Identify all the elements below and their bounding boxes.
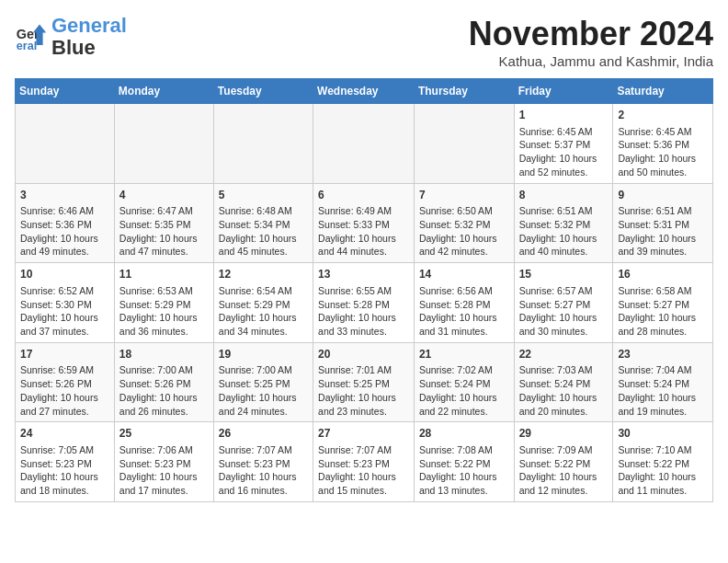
- logo-icon: Gen eral: [15, 20, 48, 53]
- weekday-monday: Monday: [114, 79, 213, 104]
- calendar-cell: 14Sunrise: 6:56 AM Sunset: 5:28 PM Dayli…: [414, 263, 514, 343]
- week-row-1: 1Sunrise: 6:45 AM Sunset: 5:37 PM Daylig…: [16, 104, 713, 184]
- weekday-tuesday: Tuesday: [213, 79, 313, 104]
- calendar-cell: 9Sunrise: 6:51 AM Sunset: 5:31 PM Daylig…: [613, 183, 713, 263]
- day-number: 5: [219, 188, 308, 203]
- day-info: Sunrise: 7:10 AM Sunset: 5:22 PM Dayligh…: [618, 443, 708, 498]
- calendar-cell: 8Sunrise: 6:51 AM Sunset: 5:32 PM Daylig…: [514, 183, 613, 263]
- calendar-cell: 25Sunrise: 7:06 AM Sunset: 5:23 PM Dayli…: [114, 422, 213, 502]
- calendar-cell: 13Sunrise: 6:55 AM Sunset: 5:28 PM Dayli…: [313, 263, 415, 343]
- day-number: 6: [318, 188, 409, 203]
- calendar-cell: 29Sunrise: 7:09 AM Sunset: 5:22 PM Dayli…: [514, 422, 613, 502]
- day-info: Sunrise: 7:05 AM Sunset: 5:23 PM Dayligh…: [20, 443, 109, 498]
- day-number: 21: [419, 347, 509, 362]
- calendar-cell: [313, 104, 415, 184]
- day-number: 18: [119, 347, 209, 362]
- day-number: 26: [219, 426, 308, 442]
- day-number: 12: [219, 267, 308, 282]
- day-info: Sunrise: 7:00 AM Sunset: 5:26 PM Dayligh…: [119, 363, 209, 418]
- calendar-cell: 30Sunrise: 7:10 AM Sunset: 5:22 PM Dayli…: [613, 422, 713, 502]
- day-info: Sunrise: 6:47 AM Sunset: 5:35 PM Dayligh…: [119, 204, 209, 259]
- day-number: 29: [519, 426, 609, 442]
- calendar-cell: 24Sunrise: 7:05 AM Sunset: 5:23 PM Dayli…: [16, 422, 115, 502]
- day-info: Sunrise: 7:00 AM Sunset: 5:25 PM Dayligh…: [219, 363, 308, 418]
- calendar-cell: 16Sunrise: 6:58 AM Sunset: 5:27 PM Dayli…: [613, 263, 713, 343]
- calendar-cell: 26Sunrise: 7:07 AM Sunset: 5:23 PM Dayli…: [213, 422, 313, 502]
- day-number: 30: [618, 426, 708, 442]
- weekday-saturday: Saturday: [613, 79, 713, 104]
- day-number: 7: [419, 188, 509, 203]
- calendar-cell: 19Sunrise: 7:00 AM Sunset: 5:25 PM Dayli…: [213, 342, 313, 422]
- day-number: 14: [419, 267, 509, 282]
- day-number: 11: [119, 267, 209, 282]
- weekday-sunday: Sunday: [16, 79, 115, 104]
- calendar-cell: 1Sunrise: 6:45 AM Sunset: 5:37 PM Daylig…: [514, 104, 613, 184]
- day-info: Sunrise: 6:45 AM Sunset: 5:36 PM Dayligh…: [618, 125, 708, 179]
- calendar-cell: 3Sunrise: 6:46 AM Sunset: 5:36 PM Daylig…: [16, 183, 115, 263]
- day-info: Sunrise: 6:57 AM Sunset: 5:27 PM Dayligh…: [519, 284, 609, 339]
- day-number: 13: [318, 267, 409, 282]
- day-number: 3: [20, 188, 109, 203]
- calendar-cell: 18Sunrise: 7:00 AM Sunset: 5:26 PM Dayli…: [114, 342, 213, 422]
- logo-name: GeneralBlue: [51, 15, 127, 59]
- day-number: 22: [519, 347, 609, 362]
- weekday-wednesday: Wednesday: [313, 79, 415, 104]
- day-number: 19: [219, 347, 308, 362]
- day-info: Sunrise: 6:54 AM Sunset: 5:29 PM Dayligh…: [219, 284, 308, 339]
- day-number: 27: [318, 426, 409, 442]
- day-info: Sunrise: 6:50 AM Sunset: 5:32 PM Dayligh…: [419, 204, 509, 259]
- day-info: Sunrise: 7:07 AM Sunset: 5:23 PM Dayligh…: [318, 443, 409, 498]
- calendar-cell: [114, 104, 213, 184]
- day-info: Sunrise: 6:51 AM Sunset: 5:31 PM Dayligh…: [618, 204, 708, 259]
- calendar-cell: [213, 104, 313, 184]
- day-number: 15: [519, 267, 609, 282]
- calendar-cell: 11Sunrise: 6:53 AM Sunset: 5:29 PM Dayli…: [114, 263, 213, 343]
- week-row-2: 3Sunrise: 6:46 AM Sunset: 5:36 PM Daylig…: [16, 183, 713, 263]
- day-info: Sunrise: 7:02 AM Sunset: 5:24 PM Dayligh…: [419, 363, 509, 418]
- calendar-cell: 2Sunrise: 6:45 AM Sunset: 5:36 PM Daylig…: [613, 104, 713, 184]
- logo: Gen eral GeneralBlue: [15, 15, 127, 59]
- day-number: 20: [318, 347, 409, 362]
- calendar-cell: 28Sunrise: 7:08 AM Sunset: 5:22 PM Dayli…: [414, 422, 514, 502]
- day-info: Sunrise: 6:52 AM Sunset: 5:30 PM Dayligh…: [20, 284, 109, 339]
- weekday-thursday: Thursday: [414, 79, 514, 104]
- day-number: 23: [618, 347, 708, 362]
- calendar-cell: 4Sunrise: 6:47 AM Sunset: 5:35 PM Daylig…: [114, 183, 213, 263]
- day-number: 8: [519, 188, 609, 203]
- calendar-cell: 20Sunrise: 7:01 AM Sunset: 5:25 PM Dayli…: [313, 342, 415, 422]
- day-number: 2: [618, 108, 708, 123]
- day-number: 4: [119, 188, 209, 203]
- location: Kathua, Jammu and Kashmir, India: [469, 53, 713, 69]
- calendar-cell: [414, 104, 514, 184]
- day-info: Sunrise: 6:58 AM Sunset: 5:27 PM Dayligh…: [618, 284, 708, 339]
- calendar-cell: 5Sunrise: 6:48 AM Sunset: 5:34 PM Daylig…: [213, 183, 313, 263]
- calendar-body: 1Sunrise: 6:45 AM Sunset: 5:37 PM Daylig…: [16, 104, 713, 502]
- day-info: Sunrise: 7:01 AM Sunset: 5:25 PM Dayligh…: [318, 363, 409, 418]
- day-info: Sunrise: 7:04 AM Sunset: 5:24 PM Dayligh…: [618, 363, 708, 418]
- day-info: Sunrise: 6:56 AM Sunset: 5:28 PM Dayligh…: [419, 284, 509, 339]
- day-info: Sunrise: 7:03 AM Sunset: 5:24 PM Dayligh…: [519, 363, 609, 418]
- calendar-cell: 12Sunrise: 6:54 AM Sunset: 5:29 PM Dayli…: [213, 263, 313, 343]
- week-row-5: 24Sunrise: 7:05 AM Sunset: 5:23 PM Dayli…: [16, 422, 713, 502]
- calendar-cell: 7Sunrise: 6:50 AM Sunset: 5:32 PM Daylig…: [414, 183, 514, 263]
- calendar-cell: [16, 104, 115, 184]
- calendar-cell: 17Sunrise: 6:59 AM Sunset: 5:26 PM Dayli…: [16, 342, 115, 422]
- day-number: 25: [119, 426, 209, 442]
- calendar-cell: 21Sunrise: 7:02 AM Sunset: 5:24 PM Dayli…: [414, 342, 514, 422]
- day-number: 24: [20, 426, 109, 442]
- day-info: Sunrise: 7:08 AM Sunset: 5:22 PM Dayligh…: [419, 443, 509, 498]
- day-info: Sunrise: 6:48 AM Sunset: 5:34 PM Dayligh…: [219, 204, 308, 259]
- calendar-table: SundayMondayTuesdayWednesdayThursdayFrid…: [15, 78, 713, 502]
- day-number: 28: [419, 426, 509, 442]
- day-info: Sunrise: 6:46 AM Sunset: 5:36 PM Dayligh…: [20, 204, 109, 259]
- day-info: Sunrise: 6:53 AM Sunset: 5:29 PM Dayligh…: [119, 284, 209, 339]
- day-number: 9: [618, 188, 708, 203]
- title-block: November 2024 Kathua, Jammu and Kashmir,…: [469, 15, 713, 69]
- month-title: November 2024: [469, 15, 713, 53]
- day-info: Sunrise: 6:51 AM Sunset: 5:32 PM Dayligh…: [519, 204, 609, 259]
- day-info: Sunrise: 7:09 AM Sunset: 5:22 PM Dayligh…: [519, 443, 609, 498]
- day-number: 1: [519, 108, 609, 123]
- calendar-cell: 6Sunrise: 6:49 AM Sunset: 5:33 PM Daylig…: [313, 183, 415, 263]
- day-number: 17: [20, 347, 109, 362]
- day-info: Sunrise: 6:49 AM Sunset: 5:33 PM Dayligh…: [318, 204, 409, 259]
